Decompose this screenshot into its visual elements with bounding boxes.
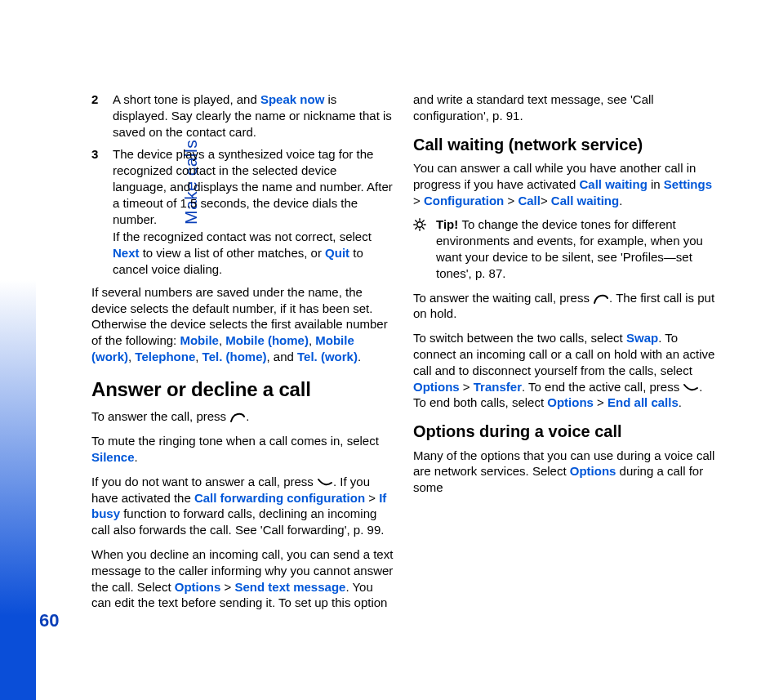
svg-line-5 [416,221,417,222]
step-3: 3 The device plays a synthesized voice t… [91,146,394,279]
body-text: 2 A short tone is played, and Speak now … [91,91,715,614]
dial-key-icon [593,292,609,304]
answer-waiting-paragraph: To answer the waiting call, press . The … [413,290,715,323]
text: , [219,333,225,347]
text: > [594,395,607,409]
manual-page: Make calls 60 2 A short tone is played, … [0,0,761,700]
sidebar-gradient [0,0,36,700]
text: to view a list of other matches, or [140,246,326,260]
call-forwarding-config-label: Call forwarding configuration [194,491,365,505]
text: . [246,409,249,423]
text: . To end the active call, press [522,380,683,394]
configuration-label: Configuration [424,194,504,207]
step-number: 2 [91,91,103,141]
call-waiting-label-2: Call waiting [551,194,619,207]
call-waiting-paragraph: You can answer a call while you have ano… [413,160,715,208]
text: . [135,450,138,464]
switch-calls-paragraph: To switch between the two calls, select … [413,330,715,411]
answer-decline-heading: Answer or decline a call [91,377,394,403]
call-label: Call [518,194,541,207]
step-body: A short tone is played, and Speak now is… [113,91,394,141]
quit-label: Quit [325,246,349,260]
svg-point-0 [417,222,422,227]
text: . [679,395,682,409]
text: If the recognized contact was not correc… [113,230,372,243]
settings-label: Settings [664,177,712,191]
mobile-label: Mobile [180,333,219,347]
text: , and [266,350,297,363]
options-during-call-paragraph: Many of the options that you can use dur… [413,448,715,496]
swap-label: Swap [626,331,658,345]
text: in [648,177,664,191]
transfer-label: Transfer [474,380,522,394]
text: To answer the call, press [91,409,229,423]
tip-bulb-icon [413,216,429,281]
text: To switch between the two calls, select [413,331,626,345]
text: > [220,580,234,594]
svg-line-7 [423,221,425,222]
dial-key-icon [229,411,246,422]
svg-line-8 [416,228,417,230]
text: > [460,380,474,394]
end-all-calls-label: End all calls [607,395,679,409]
several-numbers-paragraph: If several numbers are saved under the n… [91,284,394,365]
send-text-message-label: Send text message [235,580,346,594]
silence-label: Silence [91,450,135,464]
step-2: 2 A short tone is played, and Speak now … [91,91,394,141]
text: > [541,194,551,207]
options-label: Options [570,464,616,478]
mute-paragraph: To mute the ringing tone when a call com… [91,433,394,466]
mobile-home-label: Mobile (home) [225,333,309,347]
text: To answer the waiting call, press [413,291,593,305]
options-label: Options [547,395,594,409]
text: > [365,491,379,505]
next-label: Next [113,246,140,260]
text: function to forward calls, declining an … [91,506,384,537]
text: . [619,194,622,207]
text: To mute the ringing tone when a call com… [91,434,379,448]
text: , [309,333,315,347]
page-number: 60 [39,610,59,631]
tip-block: Tip! To change the device tones for diff… [413,216,715,281]
decline-paragraph: If you do not want to answer a call, pre… [91,474,394,538]
tel-home-label: Tel. (home) [202,350,267,363]
text: > [504,194,518,207]
speak-now-label: Speak now [260,92,324,106]
call-waiting-heading: Call waiting (network service) [413,134,715,155]
tel-work-label: Tel. (work) [297,350,358,363]
call-waiting-label: Call waiting [579,177,647,191]
text: If you do not want to answer a call, pre… [91,475,317,488]
options-during-call-heading: Options during a voice call [413,421,715,442]
text: A short tone is played, and [113,92,260,106]
options-label: Options [175,580,221,594]
svg-line-6 [423,228,425,230]
text: . [358,350,361,363]
text: , [195,350,202,363]
tip-body: Tip! To change the device tones for diff… [436,216,715,281]
text: The device plays a synthesized voice tag… [113,146,394,227]
options-label: Options [413,380,460,394]
end-key-icon [683,381,699,393]
step-number: 3 [91,146,103,279]
text: > [413,194,424,207]
telephone-label: Telephone [135,350,195,363]
tip-lead: Tip! [436,217,461,231]
answer-call-paragraph: To answer the call, press . [91,408,394,425]
tip-text: To change the device tones for different… [436,217,703,279]
step-body: The device plays a synthesized voice tag… [113,146,394,279]
end-key-icon [317,476,333,488]
